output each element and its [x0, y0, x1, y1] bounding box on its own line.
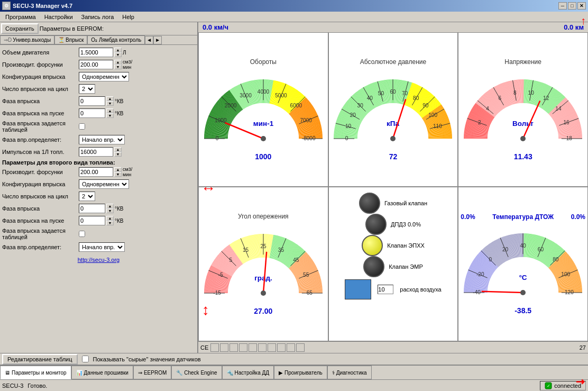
- spin-down-volume[interactable]: ▼: [114, 52, 122, 57]
- value-injector: ▲ ▼ см3/мин: [79, 59, 132, 70]
- input-injector[interactable]: [79, 60, 113, 69]
- left-content: Объем двигателя ▲ ▼ Л Производит. форсун…: [0, 45, 197, 353]
- tab-lambda[interactable]: O₂ Лямбда контроль: [87, 35, 145, 44]
- tab-player[interactable]: ▶ Проигрыватель: [274, 366, 327, 379]
- select-config2[interactable]: Одновременн: [79, 179, 129, 189]
- label-table: Фаза впрыска задается таблицей: [2, 120, 79, 133]
- spin-up-volume[interactable]: ▲: [114, 48, 122, 52]
- input-volume[interactable]: [79, 48, 113, 57]
- status-connected: ✓ connected: [540, 381, 586, 390]
- input-phase-start[interactable]: [79, 108, 105, 118]
- ce-box-2: [220, 343, 228, 352]
- app-icon: ⚙: [2, 2, 11, 10]
- tab-vprysk[interactable]: ⏳ Впрыск: [54, 35, 87, 44]
- tab-nastroyka-dd[interactable]: 🔩 Настройка ДД: [222, 366, 274, 379]
- gauge-temp: 0.0% Температура ДТОЖ 0.0% -38.5: [458, 187, 588, 341]
- checkbox-table2[interactable]: [79, 231, 85, 237]
- indicator-row-epxx: Клапан ЭПХХ: [362, 235, 425, 256]
- airflow-value[interactable]: [378, 285, 393, 294]
- spin-up-injector[interactable]: ▲: [114, 60, 122, 65]
- spin-volume: ▲ ▼: [114, 48, 122, 57]
- save-button[interactable]: Сохранить: [1, 23, 39, 34]
- form-row-phase2: Фаза впрыска ▲ ▼ °КВ: [2, 203, 195, 214]
- secu3-link[interactable]: http://secu-3.org: [78, 257, 120, 263]
- spin-up-phase-start[interactable]: ▲: [106, 108, 114, 113]
- spin-up-phase2[interactable]: ▲: [106, 204, 114, 208]
- form-row-count2: Число впрысков на цикл 2: [2, 191, 195, 202]
- gauge-pressure-title: Абсолютное давление: [360, 58, 426, 66]
- indicators-panel: Газовый клапан ДПД3 0.0% Клапан ЭПХХ Кла…: [328, 187, 458, 341]
- checkbox-table[interactable]: [79, 123, 85, 130]
- input-phase[interactable]: [79, 96, 105, 106]
- select-config[interactable]: Одновременн: [79, 72, 129, 81]
- tab-firmware-data[interactable]: 📊 Данные прошивки: [71, 366, 133, 379]
- value-phase: ▲ ▼ °КВ: [79, 96, 124, 106]
- gauge-timing: Угол опережения 27.00: [198, 187, 328, 341]
- status-row: CE 27: [198, 341, 588, 353]
- input-injector2[interactable]: [79, 167, 113, 177]
- dpd3-indicator: [365, 214, 387, 235]
- temp-canvas: [462, 221, 584, 305]
- spin-up-impulse[interactable]: ▲: [114, 147, 122, 152]
- tab-next[interactable]: ►: [153, 36, 162, 44]
- select-count[interactable]: 2: [79, 84, 95, 94]
- input-impulse[interactable]: [79, 147, 113, 157]
- temp-pct-right: 0.0%: [571, 213, 585, 221]
- gauge-pressure-value: 72: [389, 152, 398, 161]
- menu-nastroyki[interactable]: Настройки: [40, 13, 77, 21]
- select-phase-det2[interactable]: Начало впр.: [79, 242, 125, 252]
- spin-down-phase2[interactable]: ▼: [106, 208, 114, 213]
- menu-zapis-loga[interactable]: Запись лога: [77, 13, 118, 21]
- edit-tables-button[interactable]: Редактирование таблиц: [2, 354, 78, 365]
- spin-up-phase-start2[interactable]: ▲: [106, 216, 114, 221]
- spin-down-injector2[interactable]: ▼: [114, 172, 122, 177]
- status-bar: SECU-3 Готово. ✓ connected: [0, 379, 588, 391]
- ce-label: CE: [200, 344, 208, 351]
- select-phase-det[interactable]: Начало впр.: [79, 135, 125, 144]
- tab-check-engine[interactable]: 🔧 Check Engine: [171, 366, 222, 379]
- form-row-impulse: Импульсов на 1Л топл. ▲ ▼: [2, 147, 195, 157]
- label-phase-start2: Фаза впрыска на пуске: [2, 217, 79, 224]
- ce-box-8: [277, 343, 286, 352]
- gas-valve-indicator: [359, 193, 380, 214]
- input-phase2[interactable]: [79, 204, 105, 213]
- spin-up-injector2[interactable]: ▲: [114, 167, 122, 172]
- spin-phase: ▲ ▼: [106, 96, 114, 106]
- tab-bar: ⇒D Универ.выходы ⏳ Впрыск O₂ Лямбда конт…: [0, 35, 197, 45]
- label-volume: Объем двигателя: [2, 49, 79, 56]
- unit-phase: °КВ: [115, 98, 124, 104]
- spin-down-phase[interactable]: ▼: [106, 101, 114, 106]
- timing-canvas: [203, 221, 324, 306]
- dpd3-label: ДПД3 0.0%: [391, 221, 421, 228]
- input-phase-start2[interactable]: [79, 216, 105, 225]
- ce-box-5: [249, 343, 257, 352]
- ce-box-6: [258, 343, 267, 352]
- close-button[interactable]: ✕: [577, 2, 586, 10]
- unit-volume: Л: [123, 50, 126, 56]
- left-panel: Сохранить Параметры в EEPROM: ⇒D Универ.…: [0, 22, 198, 353]
- tab-params-monitor[interactable]: 🖥 Параметры и монитор: [0, 366, 71, 379]
- spin-up-phase[interactable]: ▲: [106, 96, 114, 101]
- show-raw-checkbox[interactable]: [82, 356, 89, 362]
- tab-univar[interactable]: ⇒D Универ.выходы: [0, 35, 54, 44]
- epxx-indicator: [362, 235, 383, 256]
- minimize-button[interactable]: ─: [558, 2, 567, 10]
- spin-down-injector[interactable]: ▼: [114, 65, 122, 69]
- maximize-button[interactable]: □: [568, 2, 576, 10]
- left-toolbar: Сохранить Параметры в EEPROM:: [0, 22, 197, 35]
- gauge-temp-title: Температура ДТОЖ: [492, 213, 554, 221]
- unit-phase-start: °КВ: [115, 111, 124, 116]
- spin-down-phase-start[interactable]: ▼: [106, 113, 114, 118]
- tab-diagnostics[interactable]: ⚕ Диагностика: [327, 366, 372, 379]
- ce-box-10: [296, 343, 305, 352]
- menu-programa[interactable]: Программа: [1, 13, 40, 21]
- tab-prev[interactable]: ◄: [145, 36, 153, 44]
- spin-down-phase-start2[interactable]: ▼: [106, 221, 114, 225]
- tab-eeprom[interactable]: ⇒ EEPROM: [133, 366, 171, 379]
- label-injector: Производит. форсунки: [2, 61, 79, 68]
- menu-help[interactable]: Help: [118, 13, 139, 21]
- gauge-voltage: Напряжение 11.43: [458, 32, 588, 187]
- unit-phase2: °КВ: [115, 206, 124, 212]
- select-count2[interactable]: 2: [79, 192, 95, 201]
- spin-down-impulse[interactable]: ▼: [114, 152, 122, 157]
